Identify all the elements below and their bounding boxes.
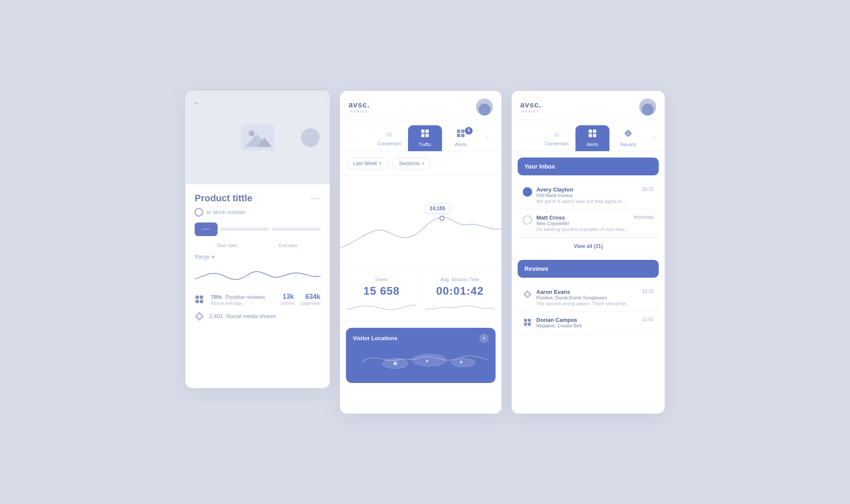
- svg-rect-26: [593, 130, 596, 133]
- users-value: 15 658: [363, 284, 400, 298]
- grid-active-icon: [588, 129, 597, 140]
- avatar-inner: [479, 104, 490, 115]
- orders-col: 13k orders: [280, 293, 294, 306]
- more-options-button[interactable]: ···: [311, 193, 320, 203]
- diamond-icon: [623, 129, 633, 140]
- svg-rect-28: [593, 134, 596, 137]
- stats-row: 78% Positive reviews Above average 13k o…: [195, 293, 320, 306]
- range-selector[interactable]: Range ▾: [195, 254, 320, 260]
- filter-sessions-label: Sessions: [399, 160, 419, 166]
- date-dots: ···: [202, 226, 210, 233]
- s3-header: avsc. SERIES: [512, 91, 665, 120]
- date-range-area: ···: [195, 222, 320, 236]
- filter-sessions-button[interactable]: Sessions ▾: [392, 158, 431, 169]
- partial-label: ...: [526, 135, 529, 140]
- positive-pct: 78% Positive reviews: [211, 293, 274, 301]
- review-item[interactable]: Aaron Evans Positive: Dumb Dumb Sunglass…: [517, 284, 660, 312]
- inbox-item[interactable]: Matt Cross New Copywriter I'm sending yo…: [517, 209, 660, 237]
- product-image: [241, 125, 275, 150]
- avatar: [301, 128, 320, 147]
- email-subject: New Copywriter: [536, 221, 629, 226]
- email-preview: We got it! It wasn't easy but they agree…: [536, 199, 638, 204]
- start-date-input[interactable]: [220, 228, 269, 231]
- start-date-label: Start date: [196, 243, 258, 248]
- chevron-down-icon: ▾: [422, 161, 424, 166]
- tab-reports[interactable]: Reports: [611, 125, 645, 151]
- instock-icon: [195, 208, 203, 217]
- reviews-title: Reviews: [524, 265, 548, 272]
- screens-container: ← Product tittle ··· In stock number: [185, 91, 665, 414]
- view-all-button[interactable]: View all (21): [574, 243, 603, 249]
- metrics-row: Users 15 658 Avg. Session Time 00:01:42: [340, 269, 502, 322]
- chart-tooltip: 24,155: [425, 203, 450, 214]
- logo: avsc. SERIES: [348, 101, 370, 113]
- tab-partial-right[interactable]: C: [647, 132, 660, 144]
- review-item-body: Aaron Evans Positive: Dumb Dumb Sunglass…: [536, 289, 638, 306]
- tab-conversion[interactable]: ○ Conversion: [372, 126, 406, 150]
- review-time: 12:31: [642, 289, 654, 294]
- svg-point-1: [249, 130, 255, 136]
- review-item[interactable]: Dorian Campos Negative: Crooks Belt 11:5…: [517, 312, 660, 335]
- logo: avsc. SERIES: [520, 101, 541, 113]
- s2-tabs: ... ○ Conversion Traffic 5: [340, 120, 502, 152]
- product-title: Product tittle: [195, 193, 252, 204]
- inbox-item[interactable]: Avery Clayton IGN Bank Invoice We got it…: [517, 181, 660, 209]
- session-metric: Avg. Session Time 00:01:42: [425, 277, 495, 314]
- svg-point-20: [412, 354, 446, 366]
- tab-traffic-label: Traffic: [419, 142, 431, 147]
- svg-point-22: [394, 362, 397, 365]
- review-subject: Negative: Crooks Belt: [536, 323, 638, 328]
- close-button[interactable]: ×: [479, 334, 489, 343]
- pageview-col: 634k pageview: [301, 293, 320, 306]
- instock-label: In stock number: [207, 209, 246, 215]
- diamond-icon: [523, 290, 532, 299]
- s2-header: avsc. SERIES: [340, 91, 502, 120]
- svg-rect-6: [196, 300, 199, 303]
- chevron-down-icon: ▾: [212, 254, 215, 260]
- visitor-locations-card: Visitor Locations ×: [346, 328, 496, 383]
- tab-partial-right[interactable]: C: [479, 132, 496, 144]
- view-all-row: View all (21): [517, 237, 660, 254]
- review-item-body: Dorian Campos Negative: Crooks Belt: [536, 317, 638, 329]
- grid-small-icon: [523, 318, 532, 327]
- session-label: Avg. Session Time: [441, 277, 479, 282]
- svg-rect-13: [425, 134, 429, 137]
- inbox-list: Avery Clayton IGN Bank Invoice We got it…: [517, 181, 660, 254]
- s3-content: Your Inbox Avery Clayton IGN Bank Invoic…: [512, 152, 665, 341]
- visitor-card-header: Visitor Locations ×: [353, 334, 489, 343]
- svg-rect-5: [200, 296, 203, 299]
- tab-alerts[interactable]: 5 Alerts: [444, 125, 478, 151]
- tab-traffic[interactable]: Traffic: [408, 125, 442, 151]
- screen3-alerts: avsc. SERIES ... ○ Conversion: [512, 91, 665, 414]
- visitor-map: [353, 347, 489, 377]
- tab-partial-left[interactable]: ...: [345, 131, 371, 145]
- svg-rect-17: [461, 134, 465, 137]
- grid-icon: [195, 295, 204, 304]
- svg-point-24: [460, 361, 462, 363]
- visitor-card-title: Visitor Locations: [353, 335, 397, 341]
- diamond-grid-icon: [420, 129, 430, 140]
- tab-conversion-label: Conversion: [545, 141, 569, 146]
- svg-rect-15: [461, 130, 465, 133]
- back-button[interactable]: ←: [193, 99, 201, 107]
- users-metric: Users 15 658: [347, 277, 416, 314]
- sender-name: Avery Clayton: [536, 186, 638, 193]
- tab-alerts[interactable]: Alerts: [575, 125, 609, 151]
- inbox-section: Your Inbox: [518, 158, 659, 175]
- svg-point-23: [426, 360, 428, 362]
- date-button[interactable]: ···: [195, 222, 218, 236]
- s1-body: Product tittle ··· In stock number ··· S…: [185, 184, 330, 325]
- svg-rect-35: [524, 323, 527, 326]
- circle-icon: ○: [387, 130, 392, 139]
- svg-rect-4: [196, 296, 199, 299]
- avatar: [476, 99, 493, 115]
- end-date-input[interactable]: [272, 228, 320, 231]
- stats-text: 78% Positive reviews Above average: [211, 293, 274, 306]
- svg-rect-25: [589, 130, 592, 133]
- tab-conversion[interactable]: ○ Conversion: [540, 126, 574, 150]
- logo-sub: SERIES: [520, 110, 541, 113]
- filter-week-button[interactable]: Last Week ▾: [347, 158, 388, 169]
- svg-rect-27: [589, 134, 592, 137]
- inbox-item-body: Matt Cross New Copywriter I'm sending yo…: [536, 214, 629, 232]
- tab-partial-left[interactable]: ...: [517, 132, 538, 144]
